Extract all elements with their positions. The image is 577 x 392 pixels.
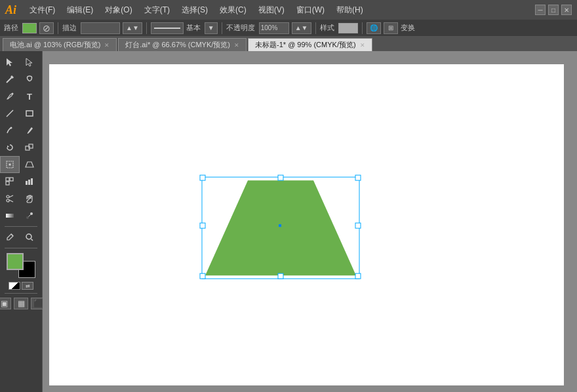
- handle-tl: [200, 175, 205, 180]
- opacity-arrows[interactable]: ▲▼: [292, 22, 311, 34]
- tab-lighthouse-close[interactable]: ✕: [234, 42, 239, 49]
- svg-rect-13: [6, 178, 9, 181]
- fullscreen-button[interactable]: ▦: [14, 298, 28, 309]
- gradient-tool[interactable]: [0, 207, 20, 224]
- svg-point-4: [12, 93, 14, 95]
- web-icon[interactable]: 🌐: [367, 22, 381, 34]
- close-button[interactable]: ✕: [561, 5, 572, 15]
- basic-dropdown[interactable]: ▼: [205, 22, 218, 34]
- sep2: [146, 22, 147, 34]
- lasso-tool[interactable]: [20, 71, 39, 88]
- menu-help[interactable]: 帮助(H): [331, 3, 368, 17]
- tab-battery-close[interactable]: ✕: [104, 42, 109, 49]
- shape-builder-tool[interactable]: [0, 173, 20, 190]
- tab-battery[interactable]: 电池.ai @ 103% (RGB/预览) ✕: [3, 38, 117, 51]
- direct-selection-tool[interactable]: [20, 54, 39, 71]
- hand-tool[interactable]: [20, 190, 39, 207]
- toolbar-sep-2: [5, 248, 37, 248]
- brush-tool[interactable]: [20, 122, 39, 139]
- rectangle-tool[interactable]: [20, 105, 39, 122]
- blend-tool[interactable]: [20, 207, 39, 224]
- pencil-tool[interactable]: [0, 122, 20, 139]
- handle-tm: [278, 175, 283, 180]
- menu-file[interactable]: 文件(F): [24, 3, 60, 17]
- magic-wand-tool[interactable]: [0, 71, 20, 88]
- svg-line-5: [7, 110, 13, 117]
- svg-point-20: [7, 199, 9, 202]
- tab-untitled-close[interactable]: ✕: [360, 42, 365, 49]
- tool-row-2: [0, 71, 42, 88]
- canvas-area: [43, 51, 577, 392]
- menu-effect[interactable]: 效果(C): [214, 3, 252, 17]
- svg-line-22: [9, 200, 13, 202]
- window-controls: ─ □ ✕: [535, 5, 572, 15]
- shape-container[interactable]: [199, 174, 363, 287]
- stroke-select[interactable]: [81, 22, 120, 34]
- svg-rect-18: [31, 178, 33, 185]
- svg-point-28: [26, 234, 31, 239]
- perspective-tool[interactable]: [20, 156, 39, 173]
- grid-icon[interactable]: ⊞: [384, 22, 398, 34]
- svg-rect-14: [10, 178, 13, 181]
- center-point: [279, 224, 281, 227]
- selection-tool[interactable]: [0, 54, 20, 71]
- default-colors-icon[interactable]: [9, 282, 20, 290]
- free-transform-tool[interactable]: [0, 156, 20, 173]
- toolbar-sep-1: [5, 226, 37, 227]
- stroke-arrows[interactable]: ▲▼: [123, 22, 142, 34]
- menu-select[interactable]: 选择(S): [176, 3, 213, 17]
- sep5: [362, 22, 363, 34]
- minimize-button[interactable]: ─: [535, 5, 546, 15]
- svg-point-25: [30, 212, 33, 215]
- tab-untitled[interactable]: 未标题-1* @ 99% (CMYK/预览) ✕: [248, 38, 372, 51]
- svg-line-2: [7, 77, 12, 83]
- basic-label: 基本: [186, 23, 201, 33]
- pen-tool[interactable]: [0, 88, 20, 105]
- rotate-tool[interactable]: [0, 139, 20, 156]
- eyedropper-tool[interactable]: [0, 229, 20, 246]
- foreground-color-swatch[interactable]: [7, 253, 24, 270]
- svg-point-24: [26, 216, 29, 219]
- opacity-label: 不透明度: [226, 23, 255, 33]
- opacity-input[interactable]: [259, 22, 289, 34]
- svg-point-19: [7, 195, 9, 198]
- line-tool[interactable]: [0, 105, 20, 122]
- tool-row-7: [0, 156, 42, 173]
- dash-style[interactable]: [151, 22, 184, 34]
- maximize-button[interactable]: □: [548, 5, 559, 15]
- menu-edit[interactable]: 编辑(E): [62, 3, 98, 17]
- style-label: 样式: [320, 23, 334, 33]
- tool-row-4: [0, 105, 42, 122]
- tab-battery-label: 电池.ai @ 103% (RGB/预览): [10, 40, 100, 50]
- fill-none-icon[interactable]: ⊘: [39, 22, 54, 34]
- sep3: [222, 22, 222, 34]
- svg-rect-17: [28, 180, 30, 185]
- tool-row-1: [0, 54, 42, 71]
- main-area: T: [0, 51, 577, 392]
- chart-tool[interactable]: [20, 173, 39, 190]
- tab-lighthouse-label: 灯台.ai* @ 66.67% (CMYK/预览): [125, 40, 230, 50]
- type-tool[interactable]: T: [20, 88, 39, 105]
- menu-text[interactable]: 文字(T): [139, 3, 175, 17]
- screen-mode-row: ▣ ▦ ⬛: [0, 298, 45, 309]
- menubar: 文件(F) 编辑(E) 对象(O) 文字(T) 选择(S) 效果(C) 视图(V…: [24, 3, 535, 17]
- path-label: 路径: [4, 23, 18, 33]
- menu-window[interactable]: 窗口(W): [291, 3, 330, 17]
- transform-label: 变换: [401, 23, 415, 33]
- app-logo: Ai: [5, 3, 16, 17]
- svg-rect-16: [26, 181, 28, 185]
- normal-screen-button[interactable]: ▣: [0, 298, 11, 309]
- scissors-tool[interactable]: [0, 190, 20, 207]
- style-swatch[interactable]: [338, 23, 358, 33]
- zoom-tool[interactable]: [20, 229, 39, 246]
- handle-ml: [200, 223, 205, 228]
- options-bar: 路径 ⊘ 描边 ▲▼ 基本 ▼ 不透明度 ▲▼ 样式 🌐 ⊞ 变换: [0, 20, 577, 37]
- scale-tool[interactable]: [20, 139, 39, 156]
- tab-lighthouse[interactable]: 灯台.ai* @ 66.67% (CMYK/预览) ✕: [118, 38, 247, 51]
- menu-view[interactable]: 视图(V): [253, 3, 290, 17]
- fill-swatch[interactable]: [22, 23, 37, 33]
- handle-bl: [200, 273, 205, 279]
- swap-colors-icon[interactable]: ⇄: [22, 282, 33, 290]
- menu-object[interactable]: 对象(O): [100, 3, 137, 17]
- handle-bm: [278, 273, 283, 279]
